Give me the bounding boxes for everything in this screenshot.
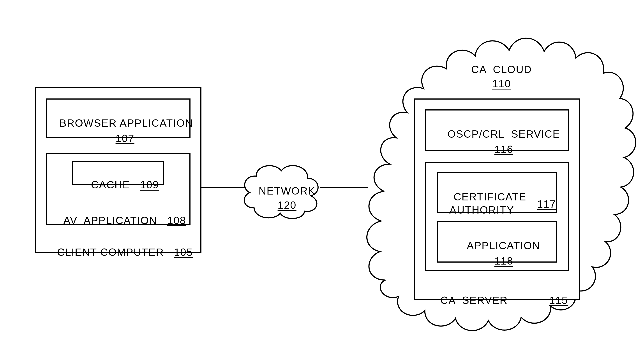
browser-application-num: 107 (46, 120, 190, 156)
ca-server-label: CA SERVER (427, 282, 526, 318)
application-num: 118 (437, 243, 557, 279)
client-computer-label: CLIENT COMPUTER 105 (35, 234, 202, 270)
ca-cloud-num: 110 (434, 66, 556, 102)
diagram-stage: BROWSER APPLICATION 107 CACHE 109 AV APP… (0, 0, 644, 363)
network-num: 120 (239, 187, 322, 223)
ca-server-num: 115 (532, 282, 572, 318)
certificate-authority-num: 117 (523, 186, 556, 222)
cache-label: CACHE 109 (72, 167, 164, 203)
av-application-label: AV APPLICATION 108 (46, 202, 190, 239)
